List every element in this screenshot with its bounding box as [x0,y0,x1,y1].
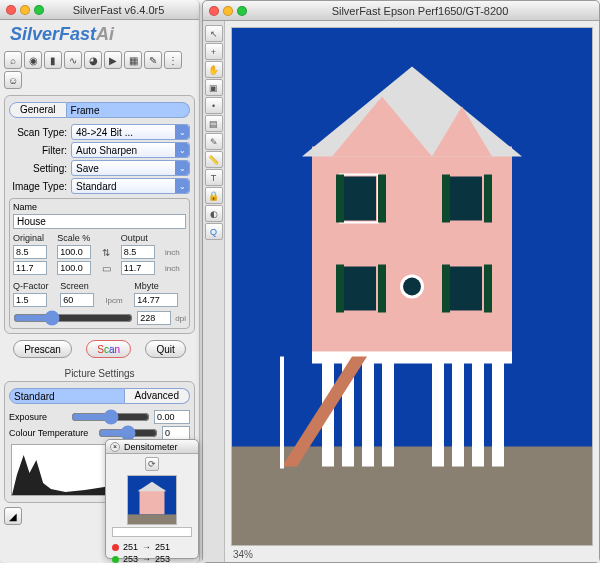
proportional-icon[interactable]: ▭ [102,263,117,274]
colour-temp-field[interactable] [162,426,190,440]
lock-tool-icon[interactable]: 🔒 [205,187,223,204]
add-frame-icon[interactable]: + [205,43,223,60]
curves-icon[interactable]: ∿ [64,51,82,69]
exposure-slider[interactable] [71,411,150,423]
height-output-field[interactable] [121,261,155,275]
qfactor-label: Q-Factor [13,281,56,291]
screen-field[interactable] [60,293,94,307]
palette-icon[interactable]: ▶ [104,51,122,69]
red-value-2: 251 [155,542,170,552]
exposure-label: Exposure [9,412,67,422]
lock-icon[interactable]: ⇅ [102,247,117,258]
width-scale-field[interactable] [57,245,91,259]
svg-rect-5 [382,357,394,467]
svg-rect-21 [442,175,450,223]
vertical-toolbar: ↖ + ✋ ▣ • ▤ ✎ 📏 T 🔒 ◐ Q [203,21,225,562]
width-original-field[interactable] [13,245,47,259]
resolution-slider[interactable] [13,312,133,324]
scan-type-select[interactable]: 48->24 Bit ...⌄ [71,124,190,140]
marker-tool-icon[interactable]: • [205,97,223,114]
width-output-field[interactable] [121,245,155,259]
brand-logo: SilverFastAi [0,20,199,51]
dpi-field[interactable] [137,311,171,325]
tab-frame[interactable]: Frame [67,102,190,118]
svg-rect-7 [452,357,464,467]
original-header: Original [13,233,53,243]
picture-settings-title: Picture Settings [0,368,199,379]
mbyte-label: Mbyte [134,281,186,291]
svg-rect-24 [336,265,344,313]
window-zoom-icon[interactable] [34,5,44,15]
color-picker-icon[interactable]: ◉ [24,51,42,69]
filter-select[interactable]: Auto Sharpen⌄ [71,142,190,158]
control-titlebar[interactable]: SilverFast v6.4.0r5 [0,0,199,20]
tab-advanced[interactable]: Advanced [125,388,190,404]
svg-rect-22 [484,175,492,223]
green-value-2: 253 [155,554,170,563]
color-wheel-icon[interactable]: ◕ [84,51,102,69]
setting-label: Setting: [9,163,67,174]
tool-icon-row: ⌕ ◉ ▮ ∿ ◕ ▶ ▦ ✎ ⋮ ☺ [0,51,199,93]
window-zoom-icon[interactable] [237,6,247,16]
green-channel-icon [112,556,119,563]
setting-select[interactable]: Save⌄ [71,160,190,176]
pencil-icon[interactable]: ✎ [144,51,162,69]
svg-rect-9 [492,357,504,467]
window-minimize-icon[interactable] [20,5,30,15]
colour-temp-slider[interactable] [98,427,158,439]
layers-icon[interactable]: ▤ [205,115,223,132]
frame-panel: General Frame Scan Type: 48->24 Bit ...⌄… [4,95,195,334]
densitometer-strip [112,527,192,537]
pointer-tool-icon[interactable]: ↖ [205,25,223,42]
expert-icon[interactable]: ⋮ [164,51,182,69]
image-type-select[interactable]: Standard⌄ [71,178,190,194]
preview-titlebar[interactable]: SilverFast Epson Perf1650/GT-8200 [203,1,599,21]
window-close-icon[interactable] [209,6,219,16]
exposure-field[interactable] [154,410,190,424]
loupe-icon[interactable]: ⌕ [4,51,22,69]
height-scale-field[interactable] [57,261,91,275]
scan-button[interactable]: Scan [86,340,131,358]
colour-temp-label: Colour Temperature [9,428,94,438]
person-icon[interactable]: ☺ [4,71,22,89]
name-label: Name [13,202,186,212]
window-close-icon[interactable] [6,5,16,15]
svg-rect-28 [484,265,492,313]
mbyte-field[interactable] [134,293,178,307]
text-tool-icon[interactable]: T [205,169,223,186]
svg-rect-25 [378,265,386,313]
tab-standard[interactable]: Standard [9,388,125,404]
screen-unit: lpcm [106,296,131,305]
densitometer-titlebar[interactable]: × Densitometer [106,440,198,454]
zoom-tool-icon[interactable]: Q [205,223,223,240]
densi-refresh-icon[interactable]: ⟳ [145,457,159,471]
histogram-icon[interactable]: ▮ [44,51,62,69]
autocolor-icon[interactable]: ▦ [124,51,142,69]
ruler-icon[interactable]: 📏 [205,151,223,168]
scan-type-label: Scan Type: [9,127,67,138]
close-icon[interactable]: × [110,442,120,452]
mask-tool-icon[interactable]: ◐ [205,205,223,222]
histogram-toggle-icon[interactable]: ◢ [4,507,22,525]
hand-tool-icon[interactable]: ✋ [205,61,223,78]
chevron-down-icon: ⌄ [175,125,189,139]
window-minimize-icon[interactable] [223,6,233,16]
qfactor-field[interactable] [13,293,47,307]
eyedropper-icon[interactable]: ✎ [205,133,223,150]
red-channel-icon [112,544,119,551]
svg-rect-34 [140,489,165,514]
height-original-field[interactable] [13,261,47,275]
crop-tool-icon[interactable]: ▣ [205,79,223,96]
tab-general[interactable]: General [9,102,67,118]
svg-rect-36 [128,514,176,524]
svg-rect-32 [280,357,284,469]
scan-preview-canvas[interactable] [231,27,593,546]
dpi-unit: dpi [175,314,186,323]
name-input[interactable] [13,214,186,229]
chevron-down-icon: ⌄ [175,143,189,157]
quit-button[interactable]: Quit [145,340,185,358]
prescan-button[interactable]: Prescan [13,340,72,358]
svg-rect-18 [336,175,344,223]
control-window-title: SilverFast v6.4.0r5 [44,4,193,16]
scale-header: Scale % [57,233,97,243]
